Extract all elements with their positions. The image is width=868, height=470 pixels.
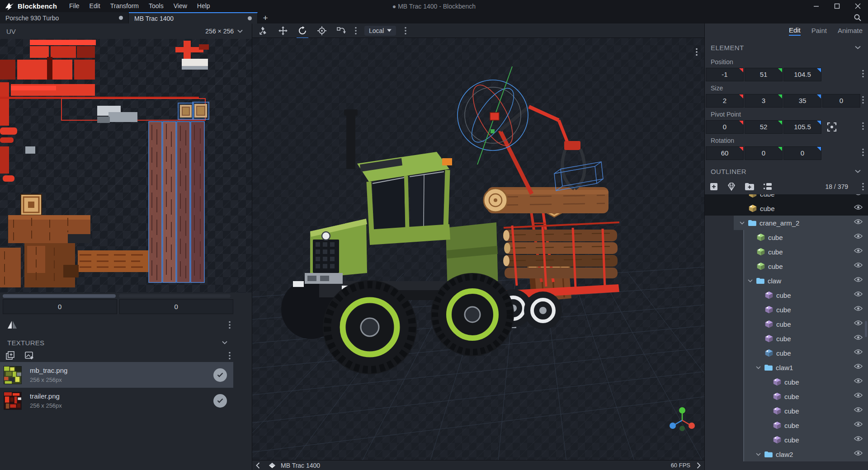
rotation-z-input[interactable]: 0 [783,146,821,160]
outliner-kebab-icon[interactable] [861,183,865,191]
visibility-eye-icon[interactable] [854,306,863,311]
visibility-eye-icon[interactable] [854,248,863,254]
axis-gizmo[interactable] [670,407,695,431]
vertex-snap-tool-icon[interactable] [336,26,346,36]
uv-resolution-dropdown[interactable]: 256 × 256 [205,28,243,35]
position-y-input[interactable]: 51 [745,68,783,81]
eye-icon[interactable] [854,277,863,282]
expand-chevron-icon[interactable] [756,453,761,456]
eye-icon[interactable] [854,320,863,326]
menu-view[interactable]: View [169,0,192,12]
position-kebab-icon[interactable] [861,70,865,78]
toolbar-kebab-icon[interactable] [403,27,408,35]
mirror-uv-icon[interactable] [7,320,17,330]
visibility-eye-icon[interactable] [854,194,863,196]
menu-help[interactable]: Help [192,0,215,12]
outliner-row-cube[interactable]: cube [705,375,868,389]
size-kebab-icon[interactable] [861,96,865,104]
visibility-eye-icon[interactable] [854,349,863,355]
outliner-row-cube[interactable]: cube [705,389,868,404]
add-group-folder-icon[interactable] [745,183,755,191]
visibility-eye-icon[interactable] [854,407,863,413]
visibility-eye-icon[interactable] [854,233,863,239]
menu-transform[interactable]: Transform [105,0,144,12]
pivot-tool-icon[interactable] [317,26,327,36]
chevron-right-icon[interactable] [697,462,701,469]
center-pivot-icon[interactable] [827,122,837,132]
eye-icon[interactable] [854,407,863,413]
eye-icon[interactable] [854,349,863,355]
eye-icon[interactable] [854,291,863,297]
uv-offset-y-input[interactable]: 0 [119,299,234,314]
eye-icon[interactable] [854,450,863,456]
pivot-y-input[interactable]: 52 [745,120,783,134]
add-cube-icon[interactable] [709,182,718,191]
eye-icon[interactable] [854,363,863,369]
size-z-input[interactable]: 35 [783,94,821,108]
visibility-eye-icon[interactable] [854,450,863,456]
chevron-left-icon[interactable] [256,462,260,469]
move-tool-icon[interactable] [278,26,288,36]
close-button[interactable] [847,0,868,12]
menu-tools[interactable]: Tools [144,0,169,12]
eye-icon[interactable] [854,204,863,210]
size-y-input[interactable]: 3 [745,94,783,108]
mode-tab-paint[interactable]: Paint [811,27,827,35]
uv-editor-canvas[interactable] [0,39,252,293]
textures-menu-kebab-icon[interactable] [227,352,232,360]
visibility-eye-icon[interactable] [854,219,863,225]
pivot-x-input[interactable]: 0 [706,120,744,134]
chevron-down-icon[interactable] [222,341,227,344]
eye-icon[interactable] [854,378,863,384]
project-tab-porsche[interactable]: Porsche 930 Turbo [0,12,129,24]
size-inflate-input[interactable]: 0 [822,94,860,108]
visibility-eye-icon[interactable] [854,291,863,297]
eye-icon[interactable] [854,436,863,442]
outliner-row-cube[interactable]: cube [705,432,868,447]
visibility-eye-icon[interactable] [854,436,863,442]
outliner-row-cube[interactable]: cube [705,244,868,259]
maximize-button[interactable] [826,0,847,12]
outliner-row-claw1[interactable]: claw1 [705,360,868,375]
outliner-row-cube[interactable]: cube [705,288,868,302]
expand-chevron-icon[interactable] [756,366,761,369]
outliner-row-cube[interactable]: cube [705,404,868,418]
add-mesh-gem-icon[interactable] [726,182,736,191]
visibility-eye-icon[interactable] [854,320,863,326]
visibility-eye-icon[interactable] [854,277,863,282]
pivot-kebab-icon[interactable] [861,122,865,130]
project-tab-mbtrac[interactable]: MB Trac 1400 [129,12,258,24]
uv-scrollbar-thumb[interactable] [3,294,116,298]
position-x-input[interactable]: -1 [706,68,744,81]
outliner-row-cube[interactable]: cube [705,418,868,432]
menu-edit[interactable]: Edit [85,0,105,12]
expand-chevron-icon[interactable] [740,221,745,225]
import-texture-icon[interactable] [5,351,15,361]
new-tab-button[interactable]: + [258,12,273,24]
outliner-row-cube[interactable]: cube [705,194,868,201]
outliner-row-cube[interactable]: cube [705,346,868,360]
outliner-view-toggle-icon[interactable] [763,182,773,191]
toolbar-kebab-icon[interactable] [354,27,358,35]
mode-tab-animate[interactable]: Animate [838,27,863,35]
texture-item-mbtrac[interactable]: mb_trac.png 256 x 256px [0,362,233,388]
viewport-canvas[interactable] [252,38,704,460]
outliner-section-header[interactable]: OUTLINER [705,164,868,179]
element-section-header[interactable]: ELEMENT [705,40,868,55]
outliner-scrollbar-thumb[interactable] [865,321,867,337]
visibility-eye-icon[interactable] [854,392,863,398]
eye-icon[interactable] [854,194,863,196]
eye-icon[interactable] [854,233,863,239]
visibility-eye-icon[interactable] [854,363,863,369]
visibility-eye-icon[interactable] [854,334,863,340]
uv-menu-kebab-icon[interactable] [227,321,232,329]
visibility-eye-icon[interactable] [854,204,863,210]
preview-menu-kebab-icon[interactable] [694,48,699,56]
texture-item-trailer[interactable]: trailer.png 256 x 256px [0,388,233,414]
outliner-row-cube[interactable]: cube [705,302,868,317]
outliner-row-cube[interactable]: cube [705,317,868,331]
outliner-row-crane_arm_2[interactable]: crane_arm_2 [705,216,868,230]
outliner-row-claw2[interactable]: claw2 [705,447,868,461]
eye-icon[interactable] [854,262,863,268]
search-icon[interactable] [854,14,862,22]
